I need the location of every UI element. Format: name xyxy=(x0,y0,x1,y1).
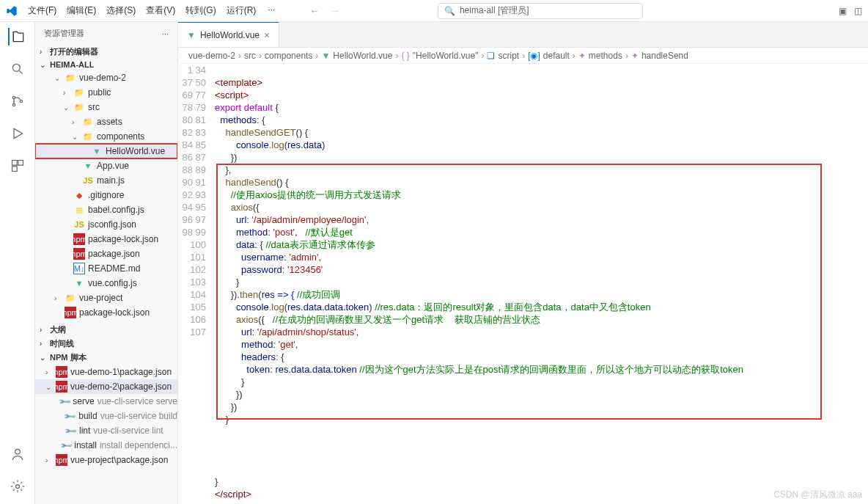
command-center[interactable]: 🔍 heima-all [管理员] xyxy=(438,3,643,19)
npm-install[interactable]: 🔧installinstall dependenci... xyxy=(35,438,177,453)
file-helloworld-vue[interactable]: ▼HelloWorld.vue xyxy=(35,144,177,158)
npm-serve[interactable]: 🔧servevue-cli-service serve xyxy=(35,394,177,409)
timeline-section[interactable]: ›时间线 xyxy=(35,337,177,351)
explorer-icon[interactable] xyxy=(8,28,26,45)
breadcrumb-item[interactable]: handleSend xyxy=(641,51,688,61)
code-token: //res.data：返回的result对象，里面包含data，data中又包含… xyxy=(375,302,650,313)
file-readme[interactable]: M↓README.md xyxy=(35,261,177,276)
folder-vue-project[interactable]: ›📁vue-project xyxy=(35,291,177,305)
npm-lint[interactable]: 🔧lintvue-cli-service lint xyxy=(35,423,177,438)
folder-assets[interactable]: ›📁assets xyxy=(35,114,177,129)
code-token: 'post' xyxy=(273,227,295,238)
project-section[interactable]: ⌄HEIMA-ALL xyxy=(35,59,177,70)
file-package-lock-2[interactable]: npmpackage-lock.json xyxy=(35,305,177,320)
file-gitignore[interactable]: ◆.gitignore xyxy=(35,188,177,202)
file-app-vue[interactable]: ▼App.vue xyxy=(35,158,177,173)
menu-select[interactable]: 选择(S) xyxy=(102,1,140,20)
file-babel-config[interactable]: ▦babel.config.js xyxy=(35,202,177,217)
folder-public[interactable]: ›📁public xyxy=(35,85,177,100)
search-activity-icon[interactable] xyxy=(9,60,26,78)
vscode-logo-icon xyxy=(6,5,18,17)
breadcrumb-item[interactable]: methods xyxy=(589,51,622,61)
code-token: export xyxy=(215,102,241,113)
code-content[interactable]: <template> <script> export default { met… xyxy=(215,64,868,504)
folder-vue-demo-2[interactable]: ⌄📁vue-demo-2 xyxy=(35,70,177,85)
tabs-bar: ▼ HelloWorld.vue × xyxy=(178,22,868,48)
code-editor[interactable]: 1 34 37 50 69 77 78 79 80 81 82 83 84 85… xyxy=(178,64,868,504)
vue-icon: ▼ xyxy=(321,51,330,61)
menu-edit[interactable]: 编辑(E) xyxy=(62,1,100,20)
tree-label-detail: vue-cli-service lint xyxy=(93,426,163,436)
activity-bar xyxy=(0,22,35,504)
breadcrumb-item[interactable]: vue-demo-2 xyxy=(188,51,235,61)
code-token: //因为这个get方法实际上是在post请求的回调函数里面，所以这个地方可以动态… xyxy=(359,364,743,375)
sidebar-title-label: 资源管理器 xyxy=(44,28,84,39)
menu-goto[interactable]: 转到(G) xyxy=(181,1,220,20)
code-token: method xyxy=(215,339,273,350)
menu-file[interactable]: 文件(F) xyxy=(23,1,61,20)
folder-src[interactable]: ⌄📁src xyxy=(35,100,177,114)
tree-label-detail: install dependenci... xyxy=(100,440,177,450)
code-token: }). xyxy=(215,289,240,300)
settings-icon[interactable] xyxy=(9,478,26,495)
close-icon[interactable]: × xyxy=(264,29,270,41)
tree-label: App.vue xyxy=(97,161,129,171)
code-token: .data xyxy=(301,139,322,150)
code-token: , xyxy=(295,227,305,238)
tab-helloworld[interactable]: ▼ HelloWorld.vue × xyxy=(178,22,279,47)
menu-view[interactable]: 查看(V) xyxy=(141,1,180,20)
breadcrumb-item[interactable]: components xyxy=(265,51,312,61)
folder-components[interactable]: ⌄📁components xyxy=(35,129,177,144)
code-line: } xyxy=(215,476,218,487)
breadcrumb-item[interactable]: HelloWorld.vue xyxy=(333,51,392,61)
layout-panel-icon[interactable]: ▣ xyxy=(839,6,847,16)
file-main-js[interactable]: JSmain.js xyxy=(35,173,177,188)
breadcrumb-item[interactable]: script xyxy=(498,51,519,61)
code-token: () { xyxy=(276,177,289,188)
code-token: res xyxy=(262,289,275,300)
breadcrumb-item[interactable]: default xyxy=(543,51,570,61)
breadcrumb-item[interactable]: "HelloWorld.vue" xyxy=(413,51,479,61)
code-token: '123456' xyxy=(287,264,323,275)
npm-build[interactable]: 🔧buildvue-cli-service build xyxy=(35,409,177,423)
layout-sidebar-icon[interactable]: ◫ xyxy=(854,6,862,16)
file-jsconfig[interactable]: JSjsconfig.json xyxy=(35,217,177,232)
npm-scripts-section[interactable]: ⌄NPM 脚本 xyxy=(35,351,177,365)
opened-editors-section[interactable]: ›打开的编辑器 xyxy=(35,45,177,59)
breadcrumb-item[interactable]: src xyxy=(244,51,256,61)
nav-forward-icon[interactable]: → xyxy=(331,6,339,16)
code-token: token xyxy=(215,364,270,375)
tree-label: install xyxy=(74,440,97,450)
svg-point-1 xyxy=(12,96,15,98)
npm-pkg1[interactable]: ›npmvue-demo-1\package.json xyxy=(35,365,177,379)
code-line: }) xyxy=(215,152,237,163)
run-debug-icon[interactable] xyxy=(9,125,26,142)
main-menu: 文件(F) 编辑(E) 选择(S) 查看(V) 转到(G) 运行(R) ··· xyxy=(23,1,281,20)
sidebar-title: 资源管理器 ··· xyxy=(35,22,177,45)
accounts-icon[interactable] xyxy=(9,445,26,463)
code-token: handleSendGET xyxy=(215,127,296,138)
code-token: : xyxy=(246,214,251,225)
tree-label: vue-demo-2 xyxy=(79,73,126,83)
menu-run[interactable]: 运行(R) xyxy=(222,1,261,20)
code-token: console xyxy=(215,302,269,313)
file-vue-config[interactable]: ▼vue.config.js xyxy=(35,276,177,291)
source-control-icon[interactable] xyxy=(9,92,26,110)
extensions-icon[interactable] xyxy=(9,157,26,175)
tree-label: lint xyxy=(79,426,90,436)
outline-section[interactable]: ›大纲 xyxy=(35,323,177,337)
nav-back-icon[interactable]: ← xyxy=(310,6,319,16)
code-token: axios xyxy=(215,202,253,213)
file-package-lock[interactable]: npmpackage-lock.json xyxy=(35,232,177,246)
code-token: , xyxy=(295,339,298,350)
project-label: HEIMA-ALL xyxy=(50,60,95,69)
npm-pkg2[interactable]: ⌄npmvue-demo-2\package.json xyxy=(35,379,177,394)
breadcrumb[interactable]: vue-demo-2› src› components› ▼HelloWorld… xyxy=(178,48,868,64)
code-token: ({ xyxy=(258,314,273,325)
code-token: //在成功的回调函数里又发送一个get请求 获取店铺的营业状态 xyxy=(273,314,540,325)
file-package-json[interactable]: npmpackage.json xyxy=(35,246,177,261)
sidebar-more-icon[interactable]: ··· xyxy=(162,29,169,38)
code-token: </scr xyxy=(215,489,236,500)
menu-more[interactable]: ··· xyxy=(262,1,281,20)
npm-pkg3[interactable]: ›npmvue-project\package.json xyxy=(35,453,177,467)
